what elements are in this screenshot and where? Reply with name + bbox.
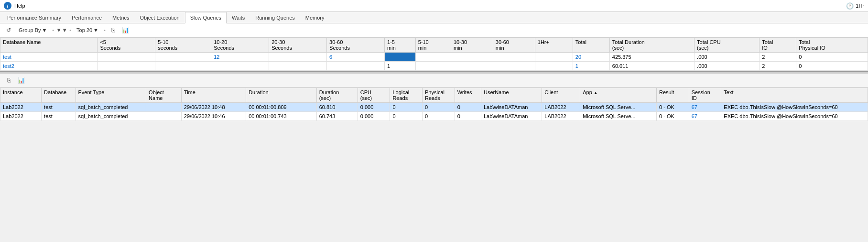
tab-performance-summary[interactable]: Performance Summary bbox=[2, 12, 66, 23]
bottom-cell-result: 0 - OK bbox=[657, 103, 689, 112]
bottom-table-row[interactable]: Lab2022testsql_batch_completed29/06/2022… bbox=[0, 103, 868, 112]
top-table-row[interactable]: test21160.011.00020 bbox=[0, 62, 868, 71]
bottom-table-row[interactable]: Lab2022testsql_batch_completed29/06/2022… bbox=[0, 112, 868, 121]
tab-memory[interactable]: Memory bbox=[300, 12, 330, 23]
bottom-cell-logical-reads: 0 bbox=[390, 103, 423, 112]
bottom-cell-physical-reads: 0 bbox=[423, 112, 455, 121]
th-cpu: CPU(sec) bbox=[358, 88, 390, 103]
bottom-cell-object-name bbox=[146, 112, 182, 121]
top-cell-s10_20[interactable] bbox=[211, 62, 269, 71]
top-cell-m30_60 bbox=[493, 62, 535, 71]
bottom-table-header-row: Instance Database Event Type ObjectName … bbox=[0, 88, 868, 103]
bottom-cell-result: 0 - OK bbox=[657, 112, 689, 121]
th-session-id: SessionID bbox=[689, 88, 721, 103]
bottom-export-icon[interactable]: 📊 bbox=[16, 76, 26, 85]
top-cell-totalDur: 425.375 bbox=[609, 53, 694, 62]
top-cell-total[interactable]: 1 bbox=[573, 62, 609, 71]
top-cell-m10_30 bbox=[451, 62, 493, 71]
top-cell-m10_30 bbox=[451, 53, 493, 62]
bottom-cell-cpu: 0.000 bbox=[358, 112, 390, 121]
tab-object-execution[interactable]: Object Execution bbox=[135, 12, 185, 23]
th-client: Client bbox=[542, 88, 580, 103]
th-duration-sec: Duration(sec) bbox=[316, 88, 358, 103]
refresh-icon[interactable]: ↺ bbox=[4, 25, 13, 35]
bottom-cell-instance: Lab2022 bbox=[0, 103, 42, 112]
group-by-label: Group By bbox=[19, 27, 41, 33]
th-event-type: Event Type bbox=[76, 88, 146, 103]
bottom-cell-session-id[interactable]: 67 bbox=[689, 103, 721, 112]
th-username: UserName bbox=[481, 88, 542, 103]
bottom-cell-duration-sec: 60.743 bbox=[316, 112, 358, 121]
tab-metrics[interactable]: Metrics bbox=[107, 12, 134, 23]
bottom-cell-app: Microsoft SQL Serve... bbox=[580, 103, 657, 112]
top-cell-dbName[interactable]: test2 bbox=[0, 62, 98, 71]
th-m30-60: 30-60min bbox=[493, 38, 535, 53]
timer-label: 1Hr bbox=[856, 3, 864, 9]
top-section: ↺ Group By ▼ • ▼▼ • Top 20 ▼ • ⎘ 📊 Datab… bbox=[0, 23, 868, 72]
bottom-cell-logical-reads: 0 bbox=[390, 112, 423, 121]
slow-queries-table: Database Name <5Seconds 5-10seconds 10-2… bbox=[0, 37, 868, 71]
th-hr1plus: 1Hr+ bbox=[535, 38, 573, 53]
tab-performance[interactable]: Performance bbox=[66, 12, 107, 23]
th-instance: Instance bbox=[0, 88, 42, 103]
bottom-cell-duration-sec: 60.810 bbox=[316, 103, 358, 112]
th-total-dur: Total Duration(sec) bbox=[609, 38, 694, 53]
th-object-name: ObjectName bbox=[146, 88, 182, 103]
filter-icon[interactable]: ▼▼ bbox=[57, 25, 66, 35]
th-writes: Writes bbox=[455, 88, 481, 103]
top-cell-m5_10 bbox=[415, 62, 451, 71]
top-cell-s30_60[interactable] bbox=[327, 62, 385, 71]
th-s5-10: 5-10seconds bbox=[155, 38, 211, 53]
bottom-cell-writes: 0 bbox=[455, 103, 481, 112]
group-by-button[interactable]: Group By ▼ bbox=[16, 26, 49, 34]
top-cell-s10_20[interactable]: 12 bbox=[211, 53, 269, 62]
bottom-cell-event-type: sql_batch_completed bbox=[76, 112, 146, 121]
tab-bar: Performance SummaryPerformanceMetricsObj… bbox=[0, 12, 868, 23]
info-icon: i bbox=[4, 2, 11, 10]
top-cell-totalIo: 2 bbox=[760, 62, 796, 71]
bottom-cell-client: LAB2022 bbox=[542, 112, 580, 121]
top-cell-s5_10 bbox=[155, 62, 211, 71]
th-total-cpu: Total CPU(sec) bbox=[694, 38, 760, 53]
copy-icon[interactable]: ⎘ bbox=[108, 25, 118, 35]
top-cell-lt5 bbox=[98, 62, 155, 71]
top-table-container: Database Name <5Seconds 5-10seconds 10-2… bbox=[0, 37, 868, 71]
th-m10-30: 10-30min bbox=[451, 38, 493, 53]
th-total-io: TotalIO bbox=[760, 38, 796, 53]
top-table-row[interactable]: test12620425.375.00020 bbox=[0, 53, 868, 62]
th-dbname: Database Name bbox=[0, 38, 98, 53]
clock-icon: 🕐 bbox=[846, 2, 854, 10]
top-cell-m1_5: 1 bbox=[385, 62, 416, 71]
bottom-table-container: Instance Database Event Type ObjectName … bbox=[0, 88, 868, 121]
tab-running-queries[interactable]: Running Queries bbox=[250, 12, 300, 23]
top-cell-s30_60[interactable]: 6 bbox=[327, 53, 385, 62]
top-table-header-row: Database Name <5Seconds 5-10seconds 10-2… bbox=[0, 38, 868, 53]
th-duration: Duration bbox=[246, 88, 317, 103]
top-cell-m5_10 bbox=[415, 53, 451, 62]
bottom-cell-duration: 00 00:01:00.809 bbox=[246, 103, 317, 112]
bottom-cell-database: test bbox=[42, 112, 76, 121]
th-total-phys: TotalPhysical IO bbox=[796, 38, 868, 53]
th-text: Text bbox=[721, 88, 868, 103]
export-icon[interactable]: 📊 bbox=[121, 25, 130, 35]
top-cell-total[interactable]: 20 bbox=[573, 53, 609, 62]
top-cell-totalDur: 60.011 bbox=[609, 62, 694, 71]
top-cell-totalCpu: .000 bbox=[694, 62, 760, 71]
tab-slow-queries[interactable]: Slow Queries bbox=[185, 12, 227, 23]
bottom-copy-icon[interactable]: ⎘ bbox=[4, 76, 13, 85]
top20-button[interactable]: Top 20 ▼ bbox=[74, 26, 101, 34]
top-cell-totalPhys: 0 bbox=[796, 53, 868, 62]
th-database: Database bbox=[42, 88, 76, 103]
tab-waits[interactable]: Waits bbox=[227, 12, 250, 23]
bottom-cell-username: Lab\wiseDATAman bbox=[481, 103, 542, 112]
bottom-cell-time: 29/06/2022 10:48 bbox=[181, 103, 246, 112]
top-cell-s20_30 bbox=[269, 62, 327, 71]
title-bar-right: 🕐 1Hr bbox=[846, 2, 864, 10]
top-cell-dbName[interactable]: test bbox=[0, 53, 98, 62]
th-m1-5: 1-5min bbox=[385, 38, 416, 53]
bottom-cell-cpu: 0.000 bbox=[358, 103, 390, 112]
th-result: Result bbox=[657, 88, 689, 103]
top-cell-totalPhys: 0 bbox=[796, 62, 868, 71]
top-cell-m1_5 bbox=[385, 53, 416, 62]
bottom-cell-session-id[interactable]: 67 bbox=[689, 112, 721, 121]
